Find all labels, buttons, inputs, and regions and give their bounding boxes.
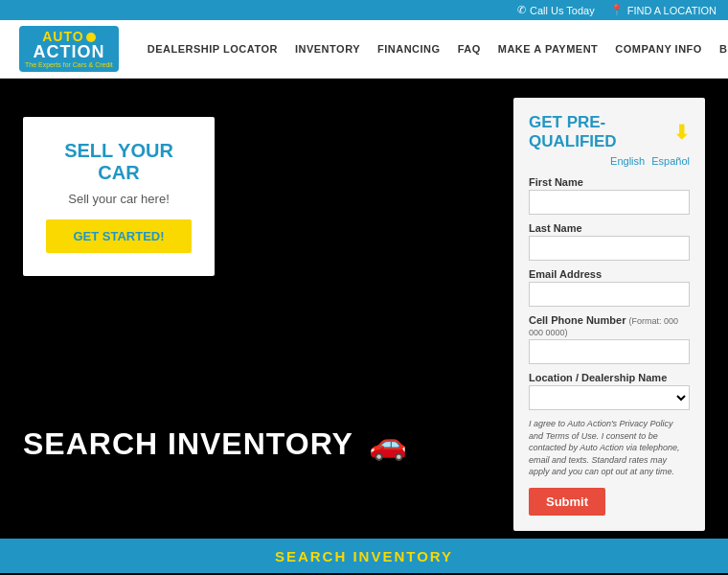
search-inventory-text: SEARCH INVENTORY <box>23 426 353 462</box>
first-name-label: First Name <box>529 176 690 188</box>
phone-label: Cell Phone Number (Format: 000 000 0000) <box>529 314 690 337</box>
espanol-link[interactable]: Español <box>651 155 690 167</box>
location-group: Location / Dealership Name <box>529 372 690 410</box>
sell-car-title: SELL YOUR CAR <box>42 140 195 184</box>
last-name-label: Last Name <box>529 222 690 234</box>
logo-circle-icon <box>86 33 96 42</box>
nav-blog[interactable]: BLOG <box>719 43 728 55</box>
nav-faq[interactable]: FAQ <box>458 43 481 55</box>
first-name-group: First Name <box>529 176 690 215</box>
last-name-group: Last Name <box>529 222 690 261</box>
logo[interactable]: AUTO ACTION The Experts for Cars & Credi… <box>19 26 119 72</box>
car-icon: 🚗 <box>369 426 407 462</box>
phone-icon: ✆ <box>517 4 526 16</box>
logo-tagline: The Experts for Cars & Credit <box>25 61 113 68</box>
find-location-label: FIND A LOCATION <box>627 5 717 16</box>
find-location[interactable]: 📍 FIND A LOCATION <box>610 4 717 16</box>
main-content: SELL YOUR CAR Sell your car here! Get St… <box>0 79 728 539</box>
main-nav: DEALERSHIP LOCATOR INVENTORY FINANCING F… <box>148 43 728 55</box>
disclaimer-text: I agree to Auto Action's Privacy Policy … <box>529 418 690 478</box>
first-name-input[interactable] <box>529 190 690 215</box>
phone-input[interactable] <box>529 339 690 364</box>
prequalified-box: GET PRE-QUALIFIED ⬇ English Español Firs… <box>513 98 705 531</box>
nav-company-info[interactable]: COMPANY INFO <box>615 43 702 55</box>
logo-action: ACTION <box>33 43 104 60</box>
email-label: Email Address <box>529 268 690 280</box>
last-name-input[interactable] <box>529 236 690 261</box>
nav-make-payment[interactable]: MAKE A PAYMENT <box>498 43 599 55</box>
arrow-down-icon: ⬇ <box>673 121 690 144</box>
sell-car-subtitle: Sell your car here! <box>42 192 195 206</box>
logo-auto: AUTO <box>42 30 95 43</box>
phone-group: Cell Phone Number (Format: 000 000 0000) <box>529 314 690 364</box>
call-us-today[interactable]: ✆ Call Us Today <box>517 4 595 16</box>
location-icon: 📍 <box>610 4 624 16</box>
footer-search-label[interactable]: SEARCH INVENTORY <box>275 548 453 564</box>
nav-inventory[interactable]: INVENTORY <box>295 43 360 55</box>
submit-button[interactable]: Submit <box>529 488 605 516</box>
footer-bar[interactable]: SEARCH INVENTORY <box>0 539 728 573</box>
english-link[interactable]: English <box>610 155 645 167</box>
get-started-button[interactable]: Get Started! <box>46 219 191 253</box>
language-selector: English Español <box>529 155 690 167</box>
call-label: Call Us Today <box>530 5 595 16</box>
top-bar: ✆ Call Us Today 📍 FIND A LOCATION <box>0 0 728 20</box>
logo-box: AUTO ACTION The Experts for Cars & Credi… <box>19 26 119 72</box>
prequalified-title: GET PRE-QUALIFIED ⬇ <box>529 113 690 151</box>
email-group: Email Address <box>529 268 690 307</box>
header: AUTO ACTION The Experts for Cars & Credi… <box>0 20 728 79</box>
search-inventory-hero: SEARCH INVENTORY 🚗 <box>23 426 407 462</box>
nav-financing[interactable]: FINANCING <box>377 43 441 55</box>
email-input[interactable] <box>529 282 690 307</box>
location-label: Location / Dealership Name <box>529 372 690 383</box>
location-select[interactable] <box>529 385 690 410</box>
sell-car-box: SELL YOUR CAR Sell your car here! Get St… <box>23 117 215 276</box>
nav-dealership-locator[interactable]: DEALERSHIP LOCATOR <box>148 43 278 55</box>
